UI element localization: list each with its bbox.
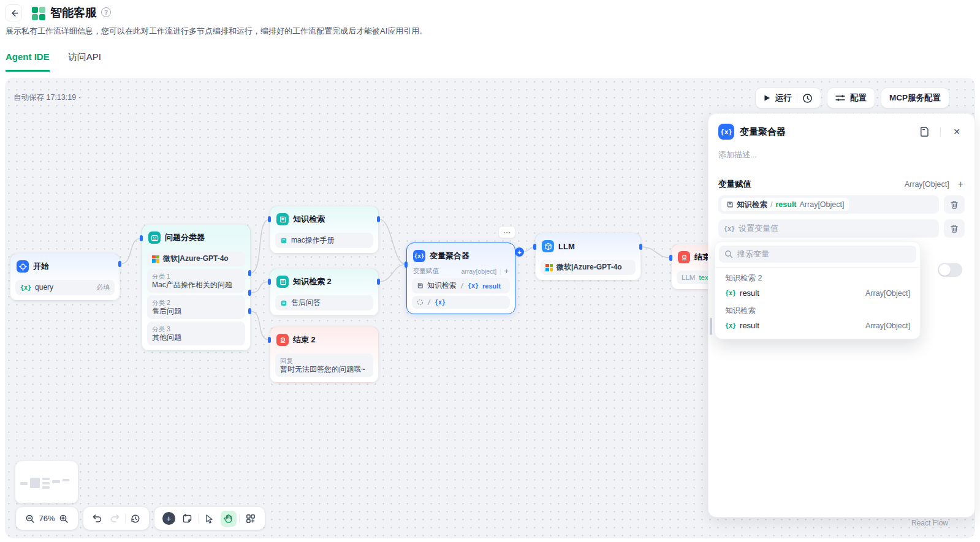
zoom-in-button[interactable] bbox=[58, 511, 70, 527]
handle-in-kr1[interactable] bbox=[268, 216, 271, 222]
handle-out-class-1[interactable] bbox=[248, 270, 251, 276]
end-pin-icon bbox=[678, 251, 690, 263]
variable-name: result bbox=[740, 288, 759, 298]
undo-button[interactable] bbox=[89, 511, 105, 527]
handle-out-class-2[interactable] bbox=[248, 290, 251, 296]
hand-tool-button[interactable] bbox=[221, 511, 237, 527]
aggregator-ref-row[interactable]: 知识检索 / {x} result bbox=[412, 278, 510, 293]
node-title: 结束 2 bbox=[293, 334, 316, 345]
add-node-button[interactable]: + bbox=[161, 511, 177, 527]
handle-in-end2[interactable] bbox=[268, 337, 271, 343]
handle-out-class-3[interactable] bbox=[248, 308, 251, 314]
node-question-classifier[interactable]: 问题分类器 微软|Azure-GPT-4o 分类 1 Mac产品操作相关的问题 … bbox=[142, 224, 251, 351]
cube-icon bbox=[542, 240, 554, 252]
assign-label: 变量赋值 bbox=[413, 267, 439, 276]
end2-reply-row[interactable]: 回复 暂时无法回答您的问题哦~ bbox=[275, 353, 373, 377]
ref-var-type: Array[Object] bbox=[800, 200, 845, 209]
dropdown-group-label: 知识检索 bbox=[719, 301, 916, 317]
handle-in-end[interactable] bbox=[669, 255, 672, 261]
handle-in-llm[interactable] bbox=[533, 244, 536, 250]
set-variable-placeholder: 设置变量值 bbox=[739, 223, 778, 234]
start-variable-row[interactable]: {x} query 必填 bbox=[15, 280, 115, 295]
llm-model-row[interactable]: 微软|Azure-GPT-4o bbox=[541, 260, 636, 275]
node-title: 知识检索 bbox=[293, 214, 325, 225]
add-assignment-button[interactable]: + bbox=[958, 179, 963, 190]
redo-button[interactable] bbox=[107, 511, 123, 527]
zoom-level: 76% bbox=[39, 514, 55, 523]
canvas-tools: + bbox=[154, 507, 265, 530]
classifier-model-row[interactable]: 微软|Azure-GPT-4o bbox=[147, 251, 245, 266]
pointer-tool-button[interactable] bbox=[202, 511, 218, 527]
variable-aggregator-icon: {x} bbox=[718, 124, 734, 140]
handle-in-kr2[interactable] bbox=[268, 279, 271, 285]
add-next-node-button[interactable]: + bbox=[515, 247, 524, 257]
reply-label: 回复 bbox=[280, 356, 368, 365]
note-file-icon[interactable] bbox=[917, 125, 931, 138]
handle-out-start[interactable] bbox=[118, 261, 121, 267]
ref-var-name: result bbox=[775, 200, 796, 209]
delete-row-button[interactable] bbox=[944, 219, 965, 238]
handle-in-aggregator[interactable] bbox=[405, 262, 408, 268]
node-variable-aggregator[interactable]: {x} 变量聚合器 变量赋值 array[object] | + 知识检索 / … bbox=[406, 243, 515, 314]
classifier-class-1[interactable]: 分类 1 Mac产品操作相关的问题 bbox=[147, 269, 245, 293]
dropdown-item-result-kr2[interactable]: {x} result Array[Object] bbox=[719, 285, 916, 301]
plus-icon: + bbox=[166, 514, 171, 524]
variable-icon: {x} bbox=[725, 322, 736, 329]
class-text: 售后问题 bbox=[152, 307, 181, 315]
node-llm[interactable]: LLM 微软|Azure-GPT-4o bbox=[535, 233, 641, 280]
zoom-out-button[interactable] bbox=[23, 511, 36, 527]
book-icon bbox=[417, 282, 424, 289]
classifier-class-2[interactable]: 分类 2 售后问题 bbox=[147, 295, 245, 319]
model-name: 微软|Azure-GPT-4o bbox=[163, 254, 229, 263]
node-knowledge-retrieval-2[interactable]: 知识检索 2 售后问答 bbox=[270, 268, 379, 316]
aggregator-empty-row[interactable]: / {x} bbox=[412, 296, 510, 309]
class-label: 分类 2 bbox=[152, 298, 240, 307]
panel-scrollbar-thumb[interactable] bbox=[710, 318, 712, 335]
close-panel-button[interactable]: ✕ bbox=[950, 125, 963, 138]
node-title: LLM bbox=[558, 242, 575, 251]
dropdown-group-label: 知识检索 2 bbox=[719, 269, 916, 285]
handle-out-kr2[interactable] bbox=[377, 279, 380, 285]
node-knowledge-retrieval[interactable]: 知识检索 mac操作手册 bbox=[270, 206, 379, 254]
search-placeholder: 搜索变量 bbox=[737, 249, 769, 260]
node-end-2[interactable]: 结束 2 回复 暂时无法回答您的问题哦~ bbox=[270, 326, 379, 383]
dataset-row[interactable]: mac操作手册 bbox=[275, 233, 373, 248]
node-title: 变量聚合器 bbox=[430, 250, 469, 262]
version-history-button[interactable] bbox=[127, 511, 143, 527]
handle-out-llm[interactable] bbox=[639, 244, 642, 250]
dropdown-item-result-kr1[interactable]: {x} result Array[Object] bbox=[719, 317, 916, 334]
classifier-class-3[interactable]: 分类 3 其他问题 bbox=[147, 322, 245, 345]
tab-access-api[interactable]: 访问API bbox=[68, 51, 101, 72]
back-button[interactable] bbox=[5, 4, 22, 21]
description-placeholder[interactable]: 添加描述... bbox=[708, 140, 974, 160]
auto-layout-button[interactable] bbox=[243, 511, 259, 527]
end-pin-icon bbox=[276, 334, 289, 346]
variable-name: result bbox=[740, 321, 759, 330]
help-icon[interactable]: ? bbox=[101, 7, 111, 17]
model-name: 微软|Azure-GPT-4o bbox=[556, 263, 622, 272]
variable-icon: {x} bbox=[435, 299, 446, 306]
top-header: 智能客服 ? 展示私有工作流详细信息，您可以在此对工作流进行多节点编排和运行，编… bbox=[0, 0, 980, 78]
assign-section-title: 变量赋值 bbox=[718, 179, 905, 190]
reply-text: 暂时无法回答您的问题哦~ bbox=[280, 365, 365, 374]
handle-in-classifier[interactable] bbox=[140, 235, 143, 241]
add-note-button[interactable] bbox=[180, 511, 196, 527]
tab-agent-ide[interactable]: Agent IDE bbox=[6, 51, 50, 72]
set-variable-input[interactable]: {x} 设置变量值 bbox=[718, 219, 939, 238]
ref-node-name: 知识检索 bbox=[427, 281, 457, 290]
assigned-variable-pill[interactable]: 知识检索 / result Array[Object] bbox=[718, 195, 939, 214]
variable-search-input[interactable]: 搜索变量 bbox=[719, 246, 916, 263]
node-start[interactable]: 开始 {x} query 必填 bbox=[10, 253, 120, 301]
minimap[interactable] bbox=[15, 461, 78, 503]
node-more-menu-button[interactable]: ⋯ bbox=[498, 226, 515, 238]
dataset-row[interactable]: 售后问答 bbox=[275, 295, 373, 311]
handle-out-kr1[interactable] bbox=[377, 216, 380, 222]
add-variable-button[interactable]: + bbox=[504, 267, 509, 276]
class-label: 分类 1 bbox=[152, 272, 240, 280]
delete-row-button[interactable] bbox=[944, 195, 965, 214]
output-toggle[interactable] bbox=[938, 263, 962, 277]
source-node: LLM bbox=[682, 274, 695, 281]
class-label: 分类 3 bbox=[152, 325, 240, 333]
assignment-row-1: 知识检索 / result Array[Object] bbox=[718, 195, 965, 214]
class-text: Mac产品操作相关的问题 bbox=[152, 280, 232, 289]
